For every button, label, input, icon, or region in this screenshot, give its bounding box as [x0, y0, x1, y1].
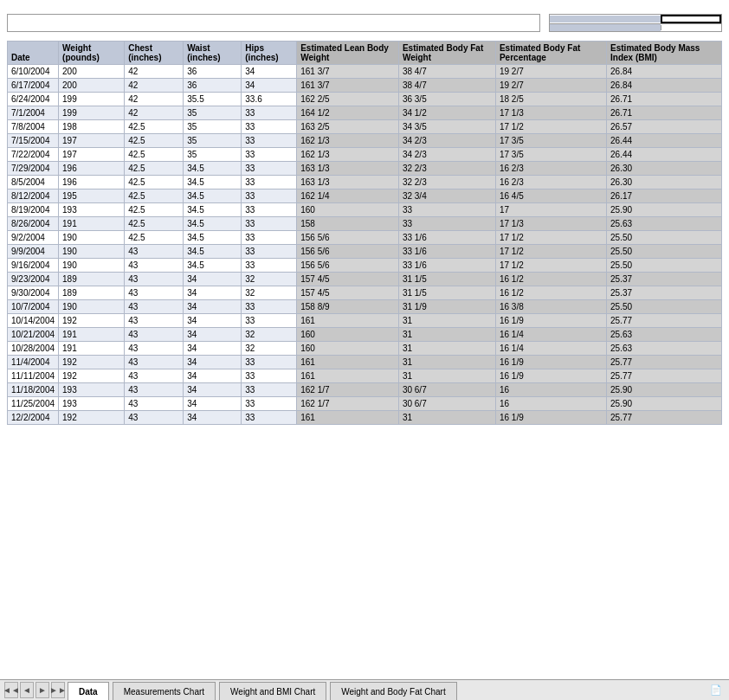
table-row: 9/16/20041904334.533156 5/633 1/617 1/22… — [8, 259, 722, 273]
table-cell: 34 — [184, 300, 242, 314]
table-row: 7/1/2004199423533164 1/234 1/217 1/326.7… — [8, 106, 722, 120]
table-cell: 31 — [398, 411, 495, 425]
table-cell: 38 4/7 — [398, 65, 495, 79]
table-cell: 33 — [242, 231, 297, 245]
table-cell: 42.5 — [125, 120, 184, 134]
table-cell: 33 — [242, 383, 297, 397]
tab-weight-and-bmi-chart[interactable]: Weight and BMI Chart — [219, 682, 326, 700]
table-row: 7/22/200419742.53533162 1/334 2/317 3/52… — [8, 148, 722, 162]
table-row: 12/2/20041924334331613116 1/925.77 — [8, 411, 722, 425]
table-row: 10/28/20041914334321603116 1/425.63 — [8, 342, 722, 356]
table-cell: 43 — [125, 383, 184, 397]
table-cell: 32 — [242, 328, 297, 342]
height-feet-input[interactable] — [661, 15, 721, 23]
table-row: 7/29/200419642.534.533163 1/332 2/316 2/… — [8, 162, 722, 176]
table-cell: 156 5/6 — [297, 245, 399, 259]
table-cell: 43 — [125, 245, 184, 259]
table-row: 8/12/200419542.534.533162 1/432 3/416 4/… — [8, 189, 722, 203]
table-cell: 31 — [398, 369, 495, 383]
table-cell: 17 1/3 — [495, 106, 606, 120]
table-cell: 33 — [242, 300, 297, 314]
table-cell: 25.77 — [607, 369, 722, 383]
table-cell: 25.63 — [607, 342, 722, 356]
table-cell: 33 1/6 — [398, 245, 495, 259]
table-cell: 26.57 — [607, 120, 722, 134]
table-cell: 190 — [59, 231, 125, 245]
table-cell: 158 — [297, 217, 399, 231]
table-cell: 26.30 — [607, 162, 722, 176]
table-cell: 199 — [59, 93, 125, 106]
table-cell: 34 — [184, 314, 242, 328]
table-cell: 190 — [59, 245, 125, 259]
table-cell: 34 — [184, 411, 242, 425]
top-section — [7, 14, 722, 32]
table-header-row: DateWeight (pounds)Chest (inches)Waist (… — [8, 42, 722, 65]
table-row: 11/25/2004193433433162 1/730 6/71625.90 — [8, 397, 722, 411]
table-header-estimated-body-fat-w: Estimated Body Fat Weight — [398, 42, 495, 65]
table-cell: 158 8/9 — [297, 300, 399, 314]
tab-nav-prev[interactable]: ◄ — [20, 682, 34, 698]
table-row: 9/9/20041904334.533156 5/633 1/617 1/225… — [8, 245, 722, 259]
table-row: 7/8/200419842.53533163 2/534 3/517 1/226… — [8, 120, 722, 134]
tabs-container: DataMeasurements ChartWeight and BMI Cha… — [66, 680, 459, 700]
table-cell: 162 1/7 — [297, 397, 399, 411]
table-cell: 10/14/2004 — [8, 314, 59, 328]
table-cell: 43 — [125, 259, 184, 273]
table-cell: 43 — [125, 397, 184, 411]
table-cell: 10/28/2004 — [8, 342, 59, 356]
table-cell: 9/2/2004 — [8, 231, 59, 245]
tab-spacer — [459, 680, 706, 700]
table-cell: 11/25/2004 — [8, 397, 59, 411]
tab-weight-and-body-fat-chart[interactable]: Weight and Body Fat Chart — [330, 682, 456, 700]
table-cell: 34 — [242, 79, 297, 93]
table-cell: 16 1/4 — [495, 328, 606, 342]
tab-nav-next[interactable]: ► — [35, 682, 49, 698]
table-cell: 25.90 — [607, 203, 722, 217]
height-box — [549, 14, 722, 32]
table-cell: 16 1/4 — [495, 342, 606, 356]
table-cell: 32 — [242, 342, 297, 356]
table-cell: 26.84 — [607, 65, 722, 79]
table-cell: 34 2/3 — [398, 134, 495, 148]
tab-measurements-chart[interactable]: Measurements Chart — [113, 682, 216, 700]
table-cell: 33 — [242, 259, 297, 273]
table-cell: 163 2/5 — [297, 120, 399, 134]
tab-nav-last[interactable]: ►► — [51, 682, 65, 698]
table-cell: 42 — [125, 93, 184, 106]
table-cell: 42.5 — [125, 176, 184, 189]
table-cell: 25.37 — [607, 286, 722, 300]
table-cell: 9/9/2004 — [8, 245, 59, 259]
table-cell: 30 6/7 — [398, 397, 495, 411]
table-cell: 34 — [184, 273, 242, 286]
sheet-icon: 📄 — [706, 680, 726, 700]
table-cell: 42.5 — [125, 217, 184, 231]
table-cell: 34 1/2 — [398, 106, 495, 120]
height-feet-row — [550, 15, 721, 24]
table-cell: 161 — [297, 411, 399, 425]
table-header-estimated-lean-body-: Estimated Lean Body Weight — [297, 42, 399, 65]
data-table: DateWeight (pounds)Chest (inches)Waist (… — [7, 41, 722, 425]
table-cell: 25.50 — [607, 245, 722, 259]
tab-data[interactable]: Data — [68, 682, 109, 700]
table-cell: 197 — [59, 134, 125, 148]
table-cell: 191 — [59, 342, 125, 356]
table-cell: 33 1/6 — [398, 231, 495, 245]
table-cell: 43 — [125, 342, 184, 356]
table-cell: 157 4/5 — [297, 273, 399, 286]
table-cell: 25.77 — [607, 411, 722, 425]
table-cell: 6/10/2004 — [8, 65, 59, 79]
table-cell: 25.90 — [607, 397, 722, 411]
table-cell: 34 — [184, 328, 242, 342]
table-cell: 43 — [125, 286, 184, 300]
table-cell: 199 — [59, 106, 125, 120]
table-row: 6/17/2004200423634161 3/738 4/719 2/726.… — [8, 79, 722, 93]
table-cell: 35 — [184, 120, 242, 134]
table-cell: 161 — [297, 369, 399, 383]
table-cell: 16 1/2 — [495, 273, 606, 286]
table-cell: 17 1/2 — [495, 231, 606, 245]
table-cell: 19 2/7 — [495, 79, 606, 93]
table-cell: 34.5 — [184, 176, 242, 189]
tab-nav-first[interactable]: ◄◄ — [4, 682, 18, 698]
table-cell: 197 — [59, 148, 125, 162]
table-cell: 43 — [125, 369, 184, 383]
